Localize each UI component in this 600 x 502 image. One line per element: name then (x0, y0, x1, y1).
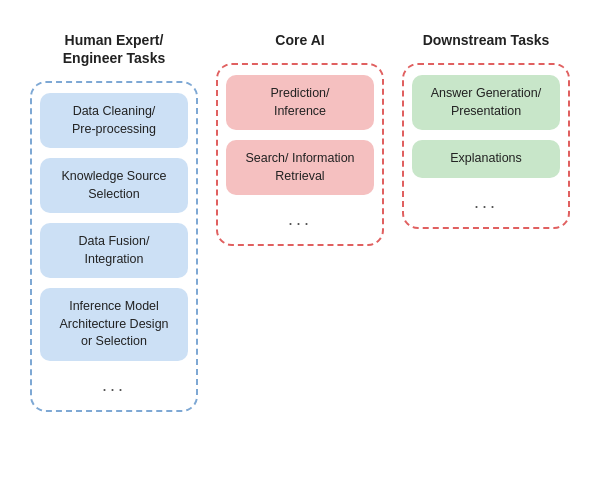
card-left-0: Data Cleaning/ Pre-processing (40, 93, 188, 148)
dots-left: ... (40, 371, 188, 400)
column-box-middle: Prediction/ InferenceSearch/ Information… (216, 63, 384, 246)
card-left-1: Knowledge Source Selection (40, 158, 188, 213)
dots-middle: ... (226, 205, 374, 234)
column-box-right: Answer Generation/ PresentationExplanati… (402, 63, 570, 229)
column-box-left: Data Cleaning/ Pre-processingKnowledge S… (30, 81, 198, 412)
column-title-right: Downstream Tasks (423, 31, 550, 49)
column-title-left: Human Expert/ Engineer Tasks (63, 31, 165, 67)
column-left: Human Expert/ Engineer TasksData Cleanin… (30, 31, 198, 412)
diagram: Human Expert/ Engineer TasksData Cleanin… (10, 11, 590, 491)
card-left-3: Inference Model Architecture Design or S… (40, 288, 188, 361)
dots-right: ... (412, 188, 560, 217)
column-title-middle: Core AI (275, 31, 324, 49)
card-middle-1: Search/ Information Retrieval (226, 140, 374, 195)
column-middle: Core AIPrediction/ InferenceSearch/ Info… (216, 31, 384, 246)
card-left-2: Data Fusion/ Integration (40, 223, 188, 278)
column-right: Downstream TasksAnswer Generation/ Prese… (402, 31, 570, 229)
card-middle-0: Prediction/ Inference (226, 75, 374, 130)
card-right-0: Answer Generation/ Presentation (412, 75, 560, 130)
card-right-1: Explanations (412, 140, 560, 178)
